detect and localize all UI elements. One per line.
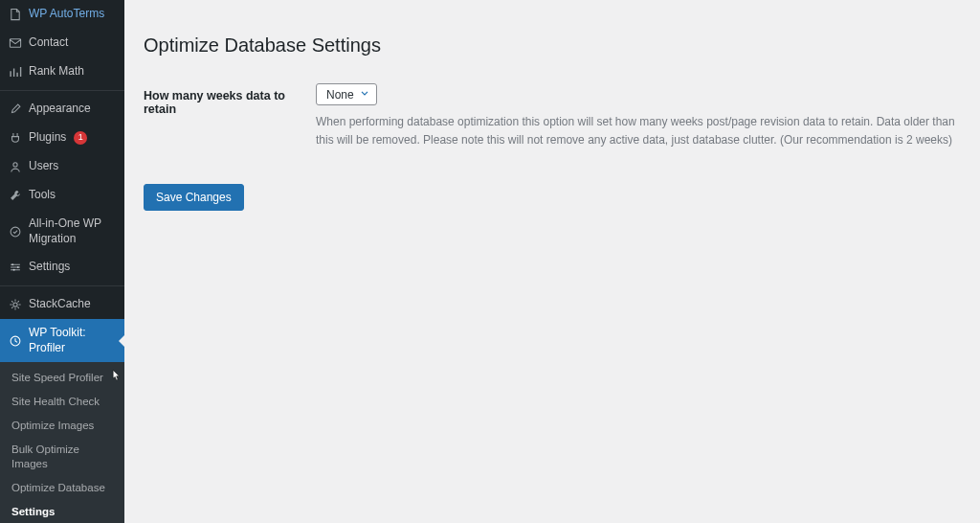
document-icon [8,7,23,22]
sidebar-submenu: Site Speed Profiler Site Health Check Op… [0,362,124,523]
submenu-item-settings[interactable]: Settings [0,500,124,523]
select-value: None [326,88,354,102]
user-icon [8,159,23,174]
submenu-item-site-speed-profiler[interactable]: Site Speed Profiler [0,366,124,390]
sidebar-label: Contact [29,35,68,51]
submenu-item-optimize-images[interactable]: Optimize Images [0,414,124,438]
svg-point-5 [13,269,15,271]
cursor-pointer-icon [109,369,122,382]
submenu-item-site-health-check[interactable]: Site Health Check [0,390,124,414]
gear-icon [8,297,23,312]
sidebar-item-wp-toolkit-profiler[interactable]: WP Toolkit: Profiler [0,319,124,362]
field-label: How many weeks data to retain [144,83,316,116]
sidebar-label: WP AutoTerms [29,7,104,22]
sidebar-label: Tools [29,188,56,203]
svg-point-3 [11,263,13,265]
update-badge: 1 [74,131,87,145]
sidebar-item-settings[interactable]: Settings [0,253,124,282]
save-button[interactable]: Save Changes [144,184,244,211]
sidebar-separator [0,285,124,286]
submenu-label: Optimize Database [11,482,105,493]
admin-sidebar: WP AutoTerms Contact Rank Math Appearanc… [0,0,124,523]
submenu-label: Site Speed Profiler [11,372,103,383]
sidebar-label: Appearance [29,102,91,117]
page-title: Optimize Database Settings [144,34,961,57]
svg-point-6 [13,303,17,307]
sidebar-item-tools[interactable]: Tools [0,181,124,210]
chevron-down-icon [359,87,370,102]
mail-icon [8,35,23,51]
main-content: Optimize Database Settings How many week… [124,0,980,523]
wrench-icon [8,188,23,203]
sidebar-label: WP Toolkit: Profiler [29,326,117,355]
sidebar-label: Plugins [29,130,66,146]
svg-point-4 [17,266,19,268]
sliders-icon [8,260,23,275]
sidebar-item-users[interactable]: Users [0,152,124,181]
brush-icon [8,102,23,117]
plug-icon [8,130,23,146]
sidebar-label: Settings [29,260,70,275]
sidebar-item-contact[interactable]: Contact [0,29,124,57]
sidebar-label: StackCache [29,297,91,312]
submenu-item-optimize-database[interactable]: Optimize Database [0,476,124,500]
sidebar-item-wp-autoterms[interactable]: WP AutoTerms [0,0,124,29]
submenu-label: Site Health Check [11,396,100,407]
field-help-text: When performing database optimization th… [316,113,961,149]
submenu-label: Bulk Optimize Images [11,443,79,469]
sidebar-separator [0,90,124,91]
svg-point-1 [13,163,17,167]
submenu-item-bulk-optimize-images[interactable]: Bulk Optimize Images [0,438,124,476]
submenu-label: Optimize Images [11,420,94,431]
chart-icon [8,64,23,80]
field-control: None When performing database optimizati… [316,83,961,149]
sidebar-item-migration[interactable]: All-in-One WP Migration [0,210,124,253]
form-row-retain-weeks: How many weeks data to retain None When … [144,83,961,149]
profiler-icon [8,333,23,349]
submenu-label: Settings [11,506,55,517]
sidebar-item-appearance[interactable]: Appearance [0,95,124,124]
sidebar-label: Users [29,159,58,174]
sidebar-label: All-in-One WP Migration [29,216,117,246]
retain-weeks-select[interactable]: None [316,83,377,105]
svg-rect-0 [10,39,20,47]
migration-icon [8,224,23,239]
sidebar-item-rank-math[interactable]: Rank Math [0,57,124,86]
sidebar-item-stackcache[interactable]: StackCache [0,290,124,319]
sidebar-item-plugins[interactable]: Plugins 1 [0,124,124,152]
sidebar-label: Rank Math [29,64,84,80]
